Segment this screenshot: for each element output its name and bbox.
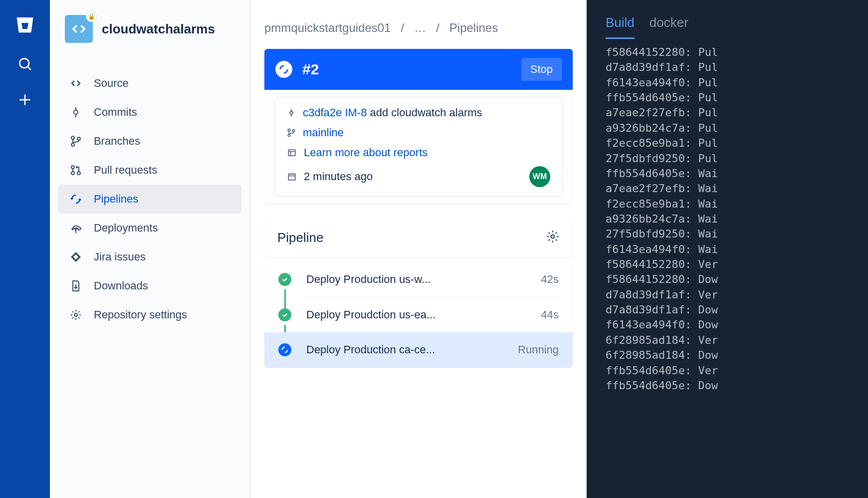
terminal-line: f6143ea494f0: Wai [606, 242, 868, 257]
svg-line-1 [27, 66, 31, 70]
svg-point-29 [551, 235, 555, 239]
stage-row[interactable]: Deploy Production us-w... 42s [264, 262, 573, 297]
sidebar-item-label: Pipelines [94, 193, 138, 206]
terminal-line: f2ecc85e9ba1: Pul [606, 136, 868, 151]
sidebar-item-source[interactable]: Source [58, 69, 241, 98]
terminal-line: d7a8d39df1af: Pul [606, 60, 868, 75]
svg-point-7 [71, 136, 74, 139]
stage-time: Running [518, 343, 559, 356]
reports-row: Learn more about reports [287, 146, 550, 159]
stage-name: Deploy Production us-w... [306, 273, 541, 286]
repo-icon: 🔒 [65, 15, 93, 43]
svg-point-15 [74, 313, 77, 316]
terminal-line: 6f28985ad184: Dow [606, 348, 868, 363]
commit-icon [70, 106, 82, 118]
svg-point-0 [19, 58, 29, 68]
avatar: WM [529, 166, 550, 187]
terminal-line: ffb554d6405e: Wai [606, 166, 868, 181]
branch-row: mainline [287, 126, 550, 139]
terminal-line: ffb554d6405e: Ver [606, 363, 868, 378]
svg-point-20 [288, 134, 290, 137]
svg-point-10 [71, 166, 74, 169]
main-content: pmmquickstartguides01 / … / Pipelines #2… [250, 0, 587, 498]
pipeline-title: Pipeline [277, 230, 546, 246]
stage-list: Deploy Production us-w... 42s Deploy Pro… [264, 258, 573, 367]
commit-hash-link[interactable]: c3dfa2e [303, 106, 342, 119]
jira-icon [70, 251, 82, 263]
terminal-line: f6143ea494f0: Dow [606, 317, 868, 332]
tab-docker[interactable]: docker [650, 15, 688, 39]
stage-time: 44s [541, 308, 559, 321]
stage-time: 42s [541, 273, 559, 286]
project-sidebar: 🔒 cloudwatchalarms Source Commits Branch… [50, 0, 250, 498]
repo-header: 🔒 cloudwatchalarms [58, 15, 241, 57]
svg-rect-22 [288, 150, 295, 156]
sidebar-item-label: Source [94, 77, 129, 90]
download-icon [70, 280, 82, 292]
sidebar-item-pipelines[interactable]: Pipelines [58, 185, 241, 214]
run-header: #2 Stop [264, 49, 573, 90]
commit-row: c3dfa2e IM-8 add cloudwatch alarms [287, 106, 550, 119]
pipelines-icon [70, 193, 82, 205]
running-icon [278, 343, 291, 356]
sidebar-item-label: Branches [94, 135, 140, 148]
svg-point-19 [288, 129, 290, 132]
stage-row[interactable]: Deploy Production ca-ce... Running [264, 332, 573, 367]
repo-name: cloudwatchalarms [102, 21, 215, 37]
sidebar-item-label: Commits [94, 106, 137, 119]
terminal-line: d7a8d39df1af: Dow [606, 302, 868, 317]
gear-icon [70, 309, 82, 321]
sidebar-item-commits[interactable]: Commits [58, 98, 241, 127]
sidebar-item-label: Downloads [94, 279, 148, 292]
stage-name: Deploy Proudction us-ea... [306, 308, 541, 321]
tab-build[interactable]: Build [606, 15, 635, 39]
svg-point-12 [77, 172, 80, 175]
commit-icon [287, 108, 296, 117]
sidebar-nav: Source Commits Branches Pull requests Pi… [58, 69, 241, 329]
pipeline-card: Pipeline Deploy Production us-w... 42s [264, 218, 573, 367]
sidebar-item-downloads[interactable]: Downloads [58, 271, 241, 300]
breadcrumb-page: Pipelines [449, 21, 498, 35]
check-icon [278, 273, 291, 286]
calendar-icon [287, 172, 297, 181]
terminal-line: 6f28985ad184: Ver [606, 333, 868, 348]
add-icon[interactable] [17, 92, 33, 108]
lock-icon: 🔒 [86, 11, 97, 22]
check-icon [278, 308, 291, 321]
terminal-output[interactable]: f58644152280: Puld7a8d39df1af: Pulf6143e… [587, 39, 868, 393]
report-icon [287, 148, 297, 157]
terminal-line: 27f5dbfd9250: Pul [606, 151, 868, 166]
terminal-tabs: Build docker [587, 0, 868, 39]
commit-issue-link[interactable]: IM-8 [345, 106, 367, 119]
terminal-line: f6143ea494f0: Pul [606, 75, 868, 90]
svg-point-21 [292, 130, 295, 132]
sidebar-item-label: Repository settings [94, 308, 187, 321]
reports-link[interactable]: Learn more about reports [304, 146, 428, 159]
stage-name: Deploy Production ca-ce... [306, 343, 518, 356]
breadcrumb-project[interactable]: pmmquickstartguides01 [264, 21, 391, 35]
sidebar-item-settings[interactable]: Repository settings [58, 300, 241, 329]
breadcrumb-mid[interactable]: … [414, 21, 426, 35]
gear-icon[interactable] [546, 230, 560, 246]
svg-point-9 [77, 137, 80, 140]
branch-link[interactable]: mainline [303, 126, 344, 139]
terminal-line: a7eae2f27efb: Wai [606, 181, 868, 196]
terminal-pane: Build docker f58644152280: Puld7a8d39df1… [587, 0, 868, 498]
breadcrumb: pmmquickstartguides01 / … / Pipelines [264, 21, 573, 35]
running-icon [275, 61, 292, 78]
sidebar-item-deployments[interactable]: Deployments [58, 214, 241, 243]
terminal-line: f58644152280: Pul [606, 45, 868, 60]
search-icon[interactable] [17, 56, 33, 72]
deployments-icon [70, 222, 82, 234]
svg-point-16 [290, 111, 293, 114]
bitbucket-logo-icon[interactable] [14, 14, 36, 36]
branch-icon [70, 135, 82, 147]
sidebar-item-jira[interactable]: Jira issues [58, 243, 241, 271]
sidebar-item-branches[interactable]: Branches [58, 127, 241, 156]
terminal-line: ffb554d6405e: Pul [606, 90, 868, 105]
stop-button[interactable]: Stop [521, 58, 562, 81]
terminal-line: 27f5dbfd9250: Wai [606, 227, 868, 242]
svg-point-11 [71, 172, 74, 175]
sidebar-item-pull-requests[interactable]: Pull requests [58, 156, 241, 185]
stage-row[interactable]: Deploy Proudction us-ea... 44s [264, 297, 573, 332]
